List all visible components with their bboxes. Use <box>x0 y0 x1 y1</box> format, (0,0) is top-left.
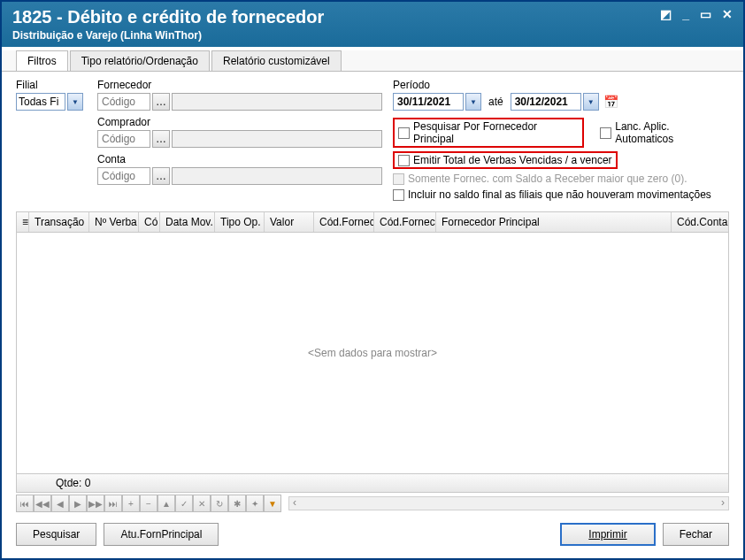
col-codfornec1[interactable]: Cód.Fornec <box>314 212 374 232</box>
nav-prev-icon[interactable]: ◀ <box>51 495 69 512</box>
maximize-alt-icon[interactable]: ◩ <box>660 7 672 21</box>
conta-lookup-button[interactable]: … <box>152 167 170 185</box>
nav-filter-icon[interactable]: ▼ <box>264 495 281 512</box>
nav-prevpage-icon[interactable]: ◀◀ <box>34 495 51 512</box>
chk-pesquisar-fornecedor[interactable] <box>398 127 410 139</box>
fornecedor-label: Fornecedor <box>97 79 382 91</box>
comprador-lookup-button[interactable]: … <box>152 130 170 148</box>
nav-first-icon[interactable]: ⏮ <box>16 495 34 512</box>
col-nverba[interactable]: Nº Verba <box>89 212 139 232</box>
col-fornprincipal[interactable]: Fornecedor Principal <box>436 212 672 232</box>
conta-label: Conta <box>97 153 382 165</box>
filters-panel: Filial ▼ Fornecedor … Comprador … Conta <box>2 72 743 211</box>
chk-incluir-saldo-label: Incluir no saldo final as filiais que nã… <box>408 188 711 201</box>
conta-desc-input[interactable] <box>172 167 382 185</box>
col-cod[interactable]: Có <box>139 212 160 232</box>
nav-last-icon[interactable]: ⏭ <box>104 495 122 512</box>
window-subtitle: Distribuição e Varejo (Linha WinThor) <box>12 29 324 42</box>
fornecedor-code-input[interactable] <box>97 93 150 111</box>
data-grid: ≡ Transação Nº Verba Có Data Mov. Tipo O… <box>16 211 729 493</box>
date-from-dropdown-icon[interactable]: ▼ <box>465 93 481 111</box>
calendar-icon[interactable]: 📅 <box>601 93 622 111</box>
nav-cancel-icon[interactable]: ✕ <box>193 495 211 512</box>
titlebar: 1825 - Débito e crédito de fornecedor Di… <box>2 2 743 47</box>
chk-pesquisar-fornecedor-label: Pesquisar Por Fornecedor Principal <box>413 120 579 145</box>
chk-incluir-saldo[interactable] <box>393 189 404 201</box>
nav-edit-icon[interactable]: ▲ <box>157 495 175 512</box>
restore-icon[interactable]: ▭ <box>700 7 711 21</box>
date-from-input[interactable] <box>393 93 464 111</box>
grid-navigator: ⏮ ◀◀ ◀ ▶ ▶▶ ⏭ + − ▲ ✓ ✕ ↻ ✱ ✦ ▼ <box>16 495 729 512</box>
qtde-label: Qtde: <box>56 477 81 489</box>
atu-fornprincipal-button[interactable]: Atu.FornPrincipal <box>104 523 219 546</box>
chk-lanc-aplic-label: Lanc. Aplic. Automaticos <box>615 120 729 145</box>
fornecedor-desc-input[interactable] <box>172 93 382 111</box>
nav-insert-icon[interactable]: + <box>122 495 140 512</box>
tab-relatorio-custom[interactable]: Relatório customizável <box>211 50 342 71</box>
col-valor[interactable]: Valor <box>265 212 314 232</box>
date-ate-label: até <box>488 96 503 108</box>
tab-filtros[interactable]: Filtros <box>16 50 68 71</box>
filial-dropdown-icon[interactable]: ▼ <box>67 93 83 111</box>
button-bar: Pesquisar Atu.FornPrincipal Imprimir Fec… <box>2 514 743 558</box>
comprador-code-input[interactable] <box>97 130 150 148</box>
tab-tipo-relatorio[interactable]: Tipo relatório/Ordenação <box>70 50 210 71</box>
nav-goto-icon[interactable]: ✦ <box>246 495 264 512</box>
window-title: 1825 - Débito e crédito de fornecedor <box>12 7 324 27</box>
conta-code-input[interactable] <box>97 167 150 185</box>
col-codconta[interactable]: Cód.Conta <box>672 212 728 232</box>
chk-lanc-aplic[interactable] <box>600 127 611 139</box>
date-to-input[interactable] <box>511 93 581 111</box>
filial-label: Filial <box>16 79 87 91</box>
col-datamov[interactable]: Data Mov. <box>160 212 215 232</box>
horizontal-scrollbar[interactable] <box>288 496 729 510</box>
chk-somente-fornec-label: Somente Fornec. com Saldo a Receber maio… <box>408 173 687 185</box>
grid-footer: Qtde: 0 <box>17 473 728 492</box>
fechar-button[interactable]: Fechar <box>663 523 729 546</box>
grid-row-selector[interactable]: ≡ <box>17 212 29 232</box>
imprimir-button[interactable]: Imprimir <box>560 523 655 546</box>
minimize-icon[interactable]: _ <box>682 7 689 21</box>
nav-post-icon[interactable]: ✓ <box>175 495 193 512</box>
nav-delete-icon[interactable]: − <box>140 495 157 512</box>
qtde-value: 0 <box>85 477 91 489</box>
periodo-label: Período <box>393 79 729 91</box>
nav-bookmark-icon[interactable]: ✱ <box>228 495 246 512</box>
nav-next-icon[interactable]: ▶ <box>69 495 87 512</box>
close-icon[interactable]: ✕ <box>722 7 733 21</box>
nav-refresh-icon[interactable]: ↻ <box>211 495 228 512</box>
fornecedor-lookup-button[interactable]: … <box>152 93 170 111</box>
chk-emitir-total-label: Emitir Total de Verbas Vencidas / a venc… <box>413 154 612 166</box>
chk-emitir-total[interactable] <box>398 155 410 166</box>
grid-header: ≡ Transação Nº Verba Có Data Mov. Tipo O… <box>17 212 728 233</box>
comprador-label: Comprador <box>97 116 382 128</box>
col-codfornec2[interactable]: Cód.Fornec. <box>374 212 436 232</box>
col-transacao[interactable]: Transação <box>29 212 89 232</box>
filial-select[interactable] <box>16 93 65 111</box>
nav-nextpage-icon[interactable]: ▶▶ <box>87 495 104 512</box>
comprador-desc-input[interactable] <box>172 130 382 148</box>
tab-bar: Filtros Tipo relatório/Ordenação Relatór… <box>2 50 743 72</box>
highlight-pesquisar-fornecedor: Pesquisar Por Fornecedor Principal <box>393 118 584 148</box>
pesquisar-button[interactable]: Pesquisar <box>16 523 96 546</box>
chk-somente-fornec <box>393 173 404 185</box>
grid-empty-text: <Sem dados para mostrar> <box>308 347 437 359</box>
col-tipoop[interactable]: Tipo Op. <box>215 212 265 232</box>
grid-body: <Sem dados para mostrar> <box>17 233 728 473</box>
date-to-dropdown-icon[interactable]: ▼ <box>583 93 599 111</box>
highlight-emitir-total: Emitir Total de Verbas Vencidas / a venc… <box>393 151 618 169</box>
app-window: 1825 - Débito e crédito de fornecedor Di… <box>2 2 743 558</box>
